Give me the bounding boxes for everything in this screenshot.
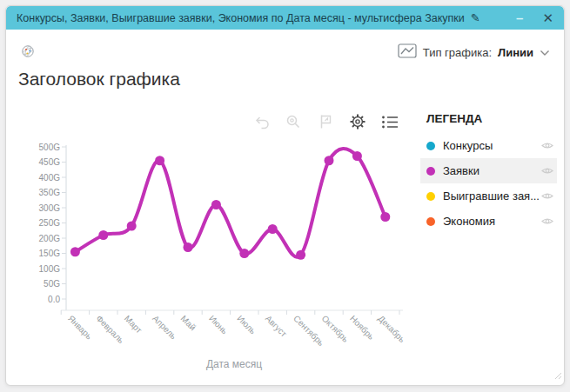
x-axis-label: Февраль (94, 314, 126, 346)
data-point[interactable] (211, 200, 221, 209)
legend-title: ЛЕГЕНДА (420, 112, 557, 125)
chart-title: Заголовок графика (18, 69, 180, 90)
legend-panel: ЛЕГЕНДА Конкурсы Заявки Выиг (420, 112, 557, 234)
legend-item-vyigravshie[interactable]: Выигравшие зая... (420, 183, 557, 209)
x-axis-label: Январь (66, 314, 94, 342)
x-axis-label: Июль (235, 314, 258, 336)
y-axis-label: 50G (44, 279, 60, 289)
data-point[interactable] (380, 212, 390, 222)
data-point[interactable] (155, 156, 164, 165)
data-point[interactable] (239, 249, 249, 258)
legend-item-label: Выигравшие зая... (443, 189, 541, 203)
x-axis-label: Декабрь (376, 314, 406, 344)
y-axis-label: 150G (39, 249, 61, 258)
series-color-dot (426, 217, 435, 226)
x-axis-label: Ноябрь (348, 314, 376, 342)
series-line-zayavki (75, 149, 385, 257)
chart-type-dropdown[interactable]: Тип графика: Линии (398, 43, 550, 61)
visibility-eye-icon[interactable] (541, 163, 553, 179)
legend-item-label: Экономия (443, 215, 541, 228)
line-chart: 500G450G400G350G300G250G200G150G100G50G0… (13, 140, 422, 384)
list-icon[interactable] (381, 113, 399, 130)
data-point[interactable] (325, 156, 334, 165)
visibility-eye-icon[interactable] (541, 138, 553, 154)
y-axis-label: 200G (39, 234, 61, 243)
window-title: Конкурсы, Заявки, Выигравшие заявки, Эко… (17, 12, 465, 24)
zoom-icon[interactable] (285, 113, 302, 130)
y-axis-label: 450G (39, 157, 61, 167)
x-axis-label: Июнь (207, 314, 230, 336)
data-point[interactable] (127, 222, 137, 231)
resize-handle[interactable] (553, 368, 562, 383)
series-color-dot (426, 167, 435, 176)
chart-type-label: Тип графика: (423, 46, 492, 59)
y-axis-label: 0.0 (48, 295, 60, 304)
export-flag-icon[interactable] (317, 113, 334, 130)
chart-type-value: Линии (498, 46, 533, 59)
x-axis-label: Апрель (151, 314, 178, 342)
data-point[interactable] (98, 230, 108, 240)
multisphere-globe-icon[interactable] (21, 44, 35, 62)
gear-icon[interactable] (349, 113, 366, 130)
series-color-dot (426, 192, 435, 201)
y-axis-label: 250G (39, 218, 61, 228)
legend-item-zayavki[interactable]: Заявки (420, 158, 557, 183)
legend-item-konkursy[interactable]: Конкурсы (420, 133, 557, 158)
close-button[interactable]: ✕ (542, 10, 553, 26)
y-axis-label: 300G (39, 203, 61, 213)
data-point[interactable] (184, 243, 193, 252)
legend-item-label: Заявки (443, 164, 541, 177)
legend-item-label: Конкурсы (443, 139, 541, 152)
visibility-eye-icon[interactable] (541, 189, 553, 204)
y-axis-label: 400G (39, 173, 61, 183)
minimize-button[interactable]: – (516, 14, 523, 23)
visibility-eye-icon[interactable] (541, 214, 553, 229)
line-chart-type-icon (398, 43, 417, 61)
data-point[interactable] (70, 247, 80, 256)
data-point[interactable] (296, 250, 305, 260)
x-axis-label: Май (179, 314, 198, 333)
x-axis-label: Август (264, 314, 289, 339)
x-axis-title: Дата месяц (206, 358, 262, 370)
y-axis-label: 100G (39, 264, 61, 274)
series-color-dot (426, 142, 435, 150)
legend-item-ekonomiya[interactable]: Экономия (420, 209, 557, 234)
undo-icon[interactable] (252, 113, 270, 130)
chart-toolbar (252, 113, 399, 130)
data-point[interactable] (352, 151, 362, 161)
y-axis-label: 500G (39, 143, 61, 152)
y-axis-label: 350G (39, 188, 61, 197)
chart-window: Конкурсы, Заявки, Выигравшие заявки, Эко… (5, 5, 565, 386)
chevron-down-icon (540, 46, 550, 59)
chart-plot-area: 500G450G400G350G300G250G200G150G100G50G0… (13, 140, 422, 384)
data-point[interactable] (268, 224, 278, 234)
x-axis-label: Март (123, 314, 144, 336)
edit-title-icon[interactable]: ✎ (471, 11, 480, 24)
window-titlebar[interactable]: Конкурсы, Заявки, Выигравшие заявки, Эко… (6, 6, 564, 30)
